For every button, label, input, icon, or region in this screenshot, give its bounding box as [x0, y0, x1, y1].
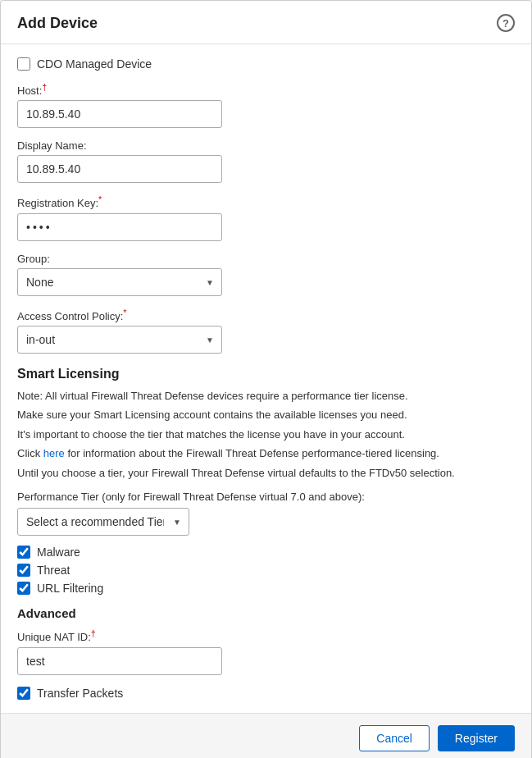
dialog-footer: Cancel Register: [1, 713, 531, 758]
perf-tier-label: Performance Tier (only for Firewall Thre…: [17, 491, 515, 503]
url-filtering-checkbox-row: URL Filtering: [17, 582, 515, 595]
smart-licensing-note4: Click here for information about the Fir…: [17, 445, 515, 462]
display-name-label: Display Name:: [17, 139, 515, 152]
nat-id-label: Unique NAT ID:†: [17, 628, 515, 643]
transfer-packets-row: Transfer Packets: [17, 687, 515, 700]
access-control-policy-select-wrapper: in-out ▼: [17, 326, 222, 354]
add-device-dialog: Add Device ? CDO Managed Device Host:† D…: [0, 0, 532, 758]
group-select[interactable]: None: [17, 268, 222, 296]
malware-checkbox-row: Malware: [17, 546, 515, 559]
host-input[interactable]: [17, 100, 222, 128]
cdo-managed-label: CDO Managed Device: [37, 57, 152, 71]
dialog-title: Add Device: [17, 15, 98, 32]
group-field-group: Group: None ▼: [17, 253, 515, 296]
smart-licensing-title: Smart Licensing: [17, 367, 515, 381]
access-control-policy-field-group: Access Control Policy:* in-out ▼: [17, 308, 515, 354]
access-control-policy-label: Access Control Policy:*: [17, 308, 515, 322]
registration-key-label: Registration Key:*: [17, 194, 515, 209]
group-label: Group:: [17, 253, 515, 265]
display-name-field-group: Display Name:: [17, 139, 515, 183]
transfer-packets-checkbox[interactable]: [17, 687, 30, 700]
tier-select[interactable]: Select a recommended Tier: [17, 508, 189, 536]
threat-checkbox[interactable]: [17, 564, 30, 577]
cancel-button[interactable]: Cancel: [359, 725, 430, 751]
cdo-managed-checkbox[interactable]: [17, 57, 30, 71]
registration-key-input[interactable]: [17, 213, 222, 241]
url-filtering-label: URL Filtering: [37, 582, 103, 595]
url-filtering-checkbox[interactable]: [17, 582, 30, 595]
dialog-header: Add Device ?: [1, 1, 531, 44]
registration-key-field-group: Registration Key:*: [17, 194, 515, 240]
dialog-body: CDO Managed Device Host:† Display Name: …: [1, 44, 531, 713]
nat-id-input[interactable]: [17, 647, 222, 675]
advanced-title: Advanced: [17, 606, 515, 620]
malware-checkbox[interactable]: [17, 546, 30, 559]
threat-label: Threat: [37, 564, 70, 577]
transfer-packets-label: Transfer Packets: [37, 687, 123, 700]
smart-licensing-note1: Note: All virtual Firewall Threat Defens…: [17, 388, 515, 404]
tier-select-wrapper: Select a recommended Tier ▼: [17, 508, 189, 536]
threat-checkbox-row: Threat: [17, 564, 515, 577]
register-button[interactable]: Register: [438, 725, 515, 751]
smart-licensing-note3: It's important to choose the tier that m…: [17, 427, 515, 443]
cdo-managed-row: CDO Managed Device: [17, 57, 515, 71]
group-select-wrapper: None ▼: [17, 268, 222, 296]
nat-id-field-group: Unique NAT ID:†: [17, 628, 515, 674]
access-control-policy-select[interactable]: in-out: [17, 326, 222, 354]
here-link[interactable]: here: [43, 447, 65, 459]
smart-licensing-note2: Make sure your Smart Licensing account c…: [17, 407, 515, 423]
smart-licensing-note5: Until you choose a tier, your Firewall T…: [17, 465, 515, 482]
help-icon[interactable]: ?: [497, 14, 515, 32]
host-field-group: Host:†: [17, 82, 515, 128]
malware-label: Malware: [37, 546, 80, 559]
license-checkboxes: Malware Threat URL Filtering: [17, 546, 515, 595]
advanced-section: Advanced Unique NAT ID:† Transfer Packet…: [17, 606, 515, 699]
display-name-input[interactable]: [17, 155, 222, 183]
host-label: Host:†: [17, 82, 515, 97]
smart-licensing-section: Smart Licensing Note: All virtual Firewa…: [17, 367, 515, 596]
